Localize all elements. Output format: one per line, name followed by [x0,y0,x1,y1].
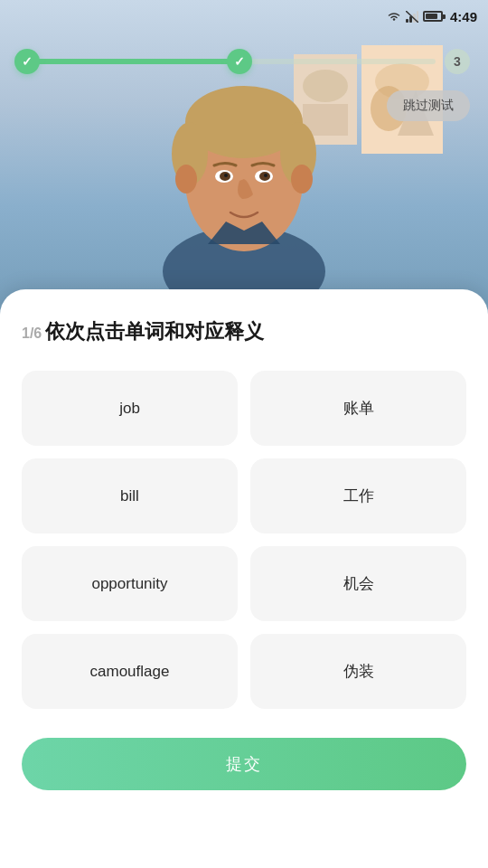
progress-bar-container: ✓ ✓ 3 [18,45,470,78]
progress-track: ✓ ✓ [27,59,436,64]
step-label: 1/6 [22,326,42,341]
word-text-jihui: 机会 [343,573,374,594]
wifi-icon [387,11,401,22]
word-card-opportunity[interactable]: opportunity [22,546,238,621]
svg-point-19 [291,165,313,193]
word-text-gongzuo: 工作 [343,486,374,506]
word-card-camouflage[interactable]: camouflage [22,634,238,709]
svg-point-24 [224,174,228,177]
word-card-weizhuang[interactable]: 伪装 [250,634,466,709]
word-text-camouflage: camouflage [90,663,170,681]
word-text-job: job [119,400,140,418]
svg-rect-0 [406,19,408,23]
progress-number: 3 [445,49,470,74]
dot-1-check: ✓ [22,54,33,69]
time-display: 4:49 [450,9,477,24]
word-text-opportunity: opportunity [91,575,167,593]
submit-button[interactable]: 提交 [22,738,466,790]
word-card-gongzuo[interactable]: 工作 [250,458,466,533]
signal-icon [406,11,418,23]
word-card-zhangdan[interactable]: 账单 [250,371,466,446]
main-card: 1/6依次点击单词和对应释义 job 账单 bill 工作 opportunit… [0,289,488,868]
word-card-job[interactable]: job [22,371,238,446]
svg-point-18 [175,165,197,193]
progress-dot-1: ✓ [14,49,40,74]
progress-dot-2: ✓ [227,49,252,74]
card-title: 1/6依次点击单词和对应释义 [22,318,466,345]
word-card-bill[interactable]: bill [22,458,238,533]
word-text-zhangdan: 账单 [343,398,374,419]
word-card-jihui[interactable]: 机会 [250,546,466,621]
progress-fill [27,59,239,64]
status-icons [387,11,443,23]
svg-point-25 [264,174,267,177]
battery-icon [423,11,443,22]
word-text-weizhuang: 伪装 [343,661,374,682]
word-text-bill: bill [120,487,139,505]
skip-button[interactable]: 跳过测试 [387,90,470,121]
word-grid: job 账单 bill 工作 opportunity 机会 camouflage… [22,371,466,709]
card-instruction: 依次点击单词和对应释义 [45,320,264,343]
dot-2-check: ✓ [234,54,245,69]
status-bar: 4:49 [0,0,488,33]
